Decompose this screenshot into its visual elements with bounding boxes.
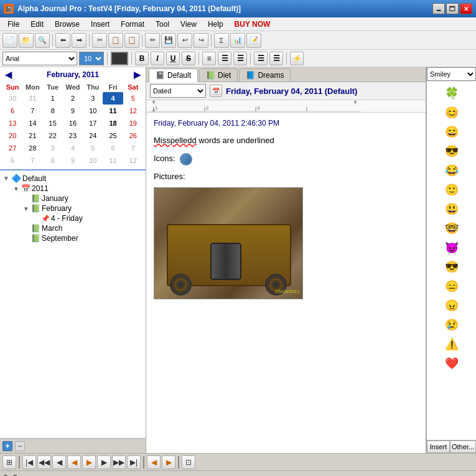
nav-last-button[interactable]: ▶| bbox=[127, 455, 141, 469]
nav-forward-button[interactable]: ▶ bbox=[162, 455, 175, 469]
tree-item-march[interactable]: 📗 March bbox=[2, 223, 143, 233]
chart-button[interactable]: 📊 bbox=[230, 33, 245, 48]
sum-button[interactable]: Σ bbox=[214, 33, 229, 48]
cal-day[interactable]: 15 bbox=[43, 117, 63, 129]
cal-day-today[interactable]: 4 bbox=[103, 92, 123, 105]
tree-item-january[interactable]: 📗 January bbox=[2, 194, 143, 203]
menu-tool[interactable]: Tool bbox=[151, 19, 174, 30]
cal-day[interactable]: 30 bbox=[2, 92, 22, 105]
smiley-devil[interactable]: 😈 bbox=[443, 239, 460, 256]
cal-day[interactable]: 24 bbox=[83, 129, 103, 142]
tree-item-2011[interactable]: ▼ 📅 2011 bbox=[2, 184, 143, 194]
undo-button[interactable]: ↩ bbox=[177, 33, 192, 48]
add-entry-button[interactable]: + bbox=[2, 441, 12, 451]
cal-day[interactable]: 17 bbox=[83, 117, 103, 129]
smiley-other-button[interactable]: Other... bbox=[450, 441, 476, 453]
menu-view[interactable]: View bbox=[175, 19, 202, 30]
cal-day[interactable]: 11 bbox=[103, 154, 123, 167]
nav-prev-year-button[interactable]: ◀◀ bbox=[37, 455, 51, 469]
maximize-button[interactable]: 🗖 bbox=[446, 3, 459, 14]
number-list-button[interactable]: ☰ bbox=[269, 52, 283, 65]
cal-day[interactable]: 31 bbox=[22, 92, 42, 105]
nav-first-button[interactable]: |◀ bbox=[22, 455, 36, 469]
cal-day[interactable]: 13 bbox=[2, 117, 22, 129]
tab-default[interactable]: 📓 Default bbox=[149, 68, 198, 82]
tree-item-february[interactable]: ▼ 📗 February bbox=[2, 203, 143, 213]
bullet-list-button[interactable]: ☰ bbox=[254, 52, 268, 65]
cal-day[interactable]: 6 bbox=[2, 105, 22, 117]
redo-button[interactable]: ↪ bbox=[194, 33, 208, 48]
tree-item-default[interactable]: ▼ 🔷 Default bbox=[2, 173, 143, 184]
cal-day[interactable]: 23 bbox=[63, 129, 83, 142]
color-button[interactable] bbox=[111, 52, 128, 65]
cal-day[interactable]: 3 bbox=[43, 142, 63, 154]
edit-button[interactable]: ✏ bbox=[145, 33, 160, 48]
smiley-clover[interactable]: 🍀 bbox=[443, 85, 460, 102]
cal-day[interactable]: 8 bbox=[43, 105, 63, 117]
cal-day[interactable]: 27 bbox=[2, 142, 22, 154]
special-button[interactable]: ⚡ bbox=[290, 52, 304, 65]
cal-day[interactable]: 1 bbox=[43, 92, 63, 105]
cal-day[interactable]: 28 bbox=[22, 142, 42, 154]
search-button[interactable]: 🔍 bbox=[35, 33, 50, 48]
cal-day[interactable]: 14 bbox=[22, 117, 42, 129]
nav-grid-button[interactable]: ⊞ bbox=[2, 455, 16, 469]
cal-day[interactable]: 6 bbox=[2, 154, 22, 167]
cal-next-button[interactable]: ▶ bbox=[131, 70, 143, 80]
cal-day[interactable]: 12 bbox=[123, 105, 143, 117]
underline-button[interactable]: U bbox=[166, 52, 180, 65]
cal-day[interactable]: 5 bbox=[123, 92, 143, 105]
cal-day[interactable]: 6 bbox=[103, 142, 123, 154]
menu-insert[interactable]: Insert bbox=[86, 19, 114, 30]
smiley-blank[interactable]: 😑 bbox=[443, 278, 460, 295]
smiley-happy[interactable]: 😃 bbox=[443, 200, 460, 218]
cal-day[interactable]: 4 bbox=[63, 142, 83, 154]
italic-button[interactable]: I bbox=[151, 52, 164, 65]
cal-day[interactable]: 20 bbox=[2, 129, 22, 142]
cal-day[interactable]: 2 bbox=[63, 92, 83, 105]
smiley-heart[interactable]: ❤️ bbox=[443, 355, 460, 372]
open-button[interactable]: 📁 bbox=[19, 33, 34, 48]
smiley-smile[interactable]: 😊 bbox=[443, 104, 460, 121]
cal-day[interactable]: 7 bbox=[123, 142, 143, 154]
cal-day[interactable]: 7 bbox=[22, 154, 42, 167]
new-button[interactable]: 📄 bbox=[2, 33, 17, 48]
copy-button[interactable]: 📋 bbox=[108, 33, 123, 48]
smiley-cool[interactable]: 😎 bbox=[443, 142, 460, 160]
tree-view[interactable]: ▼ 🔷 Default ▼ 📅 2011 📗 January ▼ 📗 Febru… bbox=[0, 170, 146, 438]
cal-day[interactable]: 19 bbox=[123, 117, 143, 129]
cal-day[interactable]: 10 bbox=[83, 105, 103, 117]
tab-dreams[interactable]: 📘 Dreams bbox=[239, 68, 291, 82]
editor-area[interactable]: Friday, February 04, 2011 2:46:30 PM Mis… bbox=[146, 113, 426, 453]
smiley-nerdy[interactable]: 🤓 bbox=[443, 220, 460, 237]
notes-button[interactable]: 📝 bbox=[246, 33, 261, 48]
cal-day[interactable]: 11 bbox=[103, 105, 123, 117]
cal-day[interactable]: 9 bbox=[63, 154, 83, 167]
smiley-insert-button[interactable]: Insert bbox=[427, 441, 450, 453]
remove-entry-button[interactable]: − bbox=[15, 441, 25, 451]
align-right-button[interactable]: ☰ bbox=[233, 52, 247, 65]
cal-day[interactable]: 7 bbox=[22, 105, 42, 117]
tree-item-september[interactable]: 📗 September bbox=[2, 233, 143, 243]
smiley-laugh[interactable]: 😂 bbox=[443, 162, 460, 179]
cal-day[interactable]: 26 bbox=[123, 129, 143, 142]
align-center-button[interactable]: ☰ bbox=[218, 52, 231, 65]
cal-day[interactable]: 10 bbox=[83, 154, 103, 167]
nav-next-year-button[interactable]: ▶▶ bbox=[112, 455, 126, 469]
cal-day[interactable]: 12 bbox=[123, 154, 143, 167]
nav-end-button[interactable]: ⊡ bbox=[182, 455, 195, 469]
tree-item-feb4[interactable]: 📌 4 - Friday bbox=[2, 213, 143, 223]
menu-buynow[interactable]: BUY NOW bbox=[230, 19, 276, 30]
smiley-sunglasses[interactable]: 😎 bbox=[443, 258, 460, 276]
nav-back-button[interactable]: ◀ bbox=[147, 455, 161, 469]
entry-icon-button[interactable]: 📅 bbox=[210, 85, 222, 97]
smiley-grin[interactable]: 😄 bbox=[443, 123, 460, 141]
menu-browse[interactable]: Browse bbox=[50, 19, 85, 30]
tab-diet[interactable]: 📗 Diet bbox=[199, 68, 238, 82]
cal-day[interactable]: 3 bbox=[83, 92, 103, 105]
save-button[interactable]: 💾 bbox=[161, 33, 176, 48]
smiley-angry[interactable]: 😠 bbox=[443, 297, 460, 314]
menu-help[interactable]: Help bbox=[203, 19, 228, 30]
menu-format[interactable]: Format bbox=[116, 19, 149, 30]
bold-button[interactable]: B bbox=[135, 52, 149, 65]
